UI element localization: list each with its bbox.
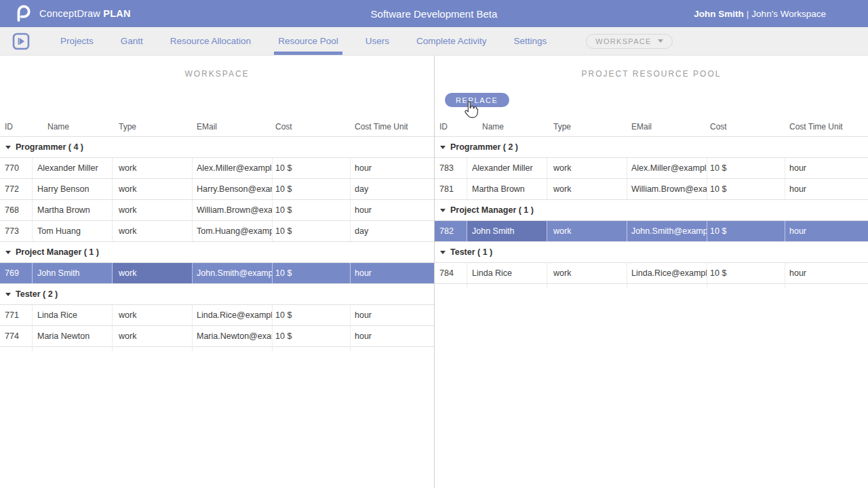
grid-stub xyxy=(435,284,868,288)
column-header-id[interactable]: ID xyxy=(435,122,467,131)
column-header-cost[interactable]: Cost xyxy=(707,122,785,131)
cell-type: work xyxy=(113,305,193,325)
conceptdraw-logo-icon xyxy=(13,5,31,22)
cell-id: 774 xyxy=(0,326,33,346)
table-row[interactable]: 773 Tom Huang work Tom.Huang@example 10 … xyxy=(0,221,434,242)
cell-email: Harry.Benson@examp xyxy=(193,179,273,199)
column-header-id[interactable]: ID xyxy=(0,122,33,131)
cell-email: Alex.Miller@example.c xyxy=(193,158,273,178)
group-header-tester[interactable]: Tester ( 1 ) xyxy=(435,242,868,263)
tab-settings[interactable]: Settings xyxy=(510,27,551,55)
collapse-caret-icon xyxy=(5,251,11,254)
column-header-name[interactable]: Name xyxy=(467,122,547,131)
table-row[interactable]: 781 Martha Brown work William.Brown@exam… xyxy=(435,179,868,200)
tab-resource-allocation[interactable]: Resource Allocation xyxy=(166,27,255,55)
cell-cost-time-unit: hour xyxy=(785,158,868,178)
tab-users[interactable]: Users xyxy=(361,27,393,55)
table-row[interactable]: 771 Linda Rice work Linda.Rice@example.c… xyxy=(0,305,434,326)
cell-cost: 10 $ xyxy=(273,200,351,220)
cell-id: 784 xyxy=(435,263,467,283)
cell-name: Tom Huang xyxy=(33,221,113,241)
collapse-caret-icon xyxy=(440,209,446,212)
group-header-project-manager[interactable]: Project Manager ( 1 ) xyxy=(435,200,868,221)
group-label: Programmer ( 2 ) xyxy=(450,142,518,152)
collapse-caret-icon xyxy=(440,146,446,149)
cell-cost-time-unit: day xyxy=(351,221,434,241)
cell-type: work xyxy=(113,221,193,241)
workspace-dropdown-label: WORKSPACE xyxy=(595,37,651,45)
cell-cost-time-unit: hour xyxy=(351,200,434,220)
cell-cost-time-unit: hour xyxy=(351,158,434,178)
cell-type: work xyxy=(547,221,627,241)
table-row[interactable]: 783 Alexander Miller work Alex.Miller@ex… xyxy=(435,158,868,179)
collapse-panel-icon[interactable] xyxy=(12,33,30,50)
table-row[interactable]: 784 Linda Rice work Linda.Rice@example.c… xyxy=(435,263,868,284)
cell-cost: 10 $ xyxy=(707,263,785,283)
table-row-selected[interactable]: 769 John Smith work John.Smith@example. … xyxy=(0,263,434,284)
cell-type: work xyxy=(113,326,193,346)
cell-cost: 10 $ xyxy=(273,326,351,346)
cell-id: 782 xyxy=(435,221,467,241)
table-row[interactable]: 770 Alexander Miller work Alex.Miller@ex… xyxy=(0,158,434,179)
workspace-dropdown[interactable]: WORKSPACE xyxy=(586,34,672,49)
cell-cost: 10 $ xyxy=(273,263,351,283)
column-header-cost[interactable]: Cost xyxy=(273,122,351,131)
table-row[interactable]: 768 Martha Brown work William.Brown@exam… xyxy=(0,200,434,221)
column-header-cost-time-unit[interactable]: Cost Time Unit xyxy=(785,122,868,131)
cell-cost-time-unit: hour xyxy=(785,263,868,283)
top-bar: Software Development Beta ConceptDraw PL… xyxy=(0,0,868,27)
workspace-panel-title: WORKSPACE xyxy=(0,69,434,79)
project-resource-pool-table: ID Name Type EMail Cost Cost Time Unit P… xyxy=(435,117,868,288)
table-row-selected[interactable]: 782 John Smith work John.Smith@example. … xyxy=(435,221,868,242)
content-area: WORKSPACE ID Name Type EMail Cost Cost T… xyxy=(0,56,868,488)
column-header-email[interactable]: EMail xyxy=(193,122,273,131)
cell-email: John.Smith@example. xyxy=(193,263,273,283)
user-info[interactable]: John Smith|John's Workspace xyxy=(694,9,826,19)
cell-cost: 10 $ xyxy=(273,305,351,325)
cell-cost-time-unit: hour xyxy=(785,179,868,199)
cell-cost: 10 $ xyxy=(707,179,785,199)
column-header-type[interactable]: Type xyxy=(113,122,193,131)
collapse-caret-icon xyxy=(5,293,11,296)
cell-cost-time-unit: day xyxy=(351,179,434,199)
column-header-email[interactable]: EMail xyxy=(627,122,707,131)
cell-cost: 10 $ xyxy=(707,221,785,241)
project-resource-pool-title: PROJECT RESOURCE POOL xyxy=(435,69,868,79)
nav-tabs: Projects Gantt Resource Allocation Resou… xyxy=(56,27,570,55)
tab-projects[interactable]: Projects xyxy=(56,27,98,55)
tab-complete-activity[interactable]: Complete Activity xyxy=(412,27,491,55)
cell-name: Alexander Miller xyxy=(467,158,547,178)
column-header-type[interactable]: Type xyxy=(547,122,627,131)
user-name: John Smith xyxy=(694,9,744,19)
group-header-programmer[interactable]: Programmer ( 2 ) xyxy=(435,137,868,158)
group-label: Tester ( 2 ) xyxy=(16,289,58,299)
group-header-project-manager[interactable]: Project Manager ( 1 ) xyxy=(0,242,434,263)
cell-name: Martha Brown xyxy=(33,200,113,220)
cell-cost: 10 $ xyxy=(273,221,351,241)
brand-name: ConceptDraw xyxy=(39,8,100,19)
cell-type: work xyxy=(113,179,193,199)
brand[interactable]: ConceptDraw PLAN xyxy=(0,5,131,22)
brand-suffix: PLAN xyxy=(103,8,130,19)
table-row[interactable]: 772 Harry Benson work Harry.Benson@examp… xyxy=(0,179,434,200)
table-header: ID Name Type EMail Cost Cost Time Unit xyxy=(0,117,434,137)
cell-id: 772 xyxy=(0,179,33,199)
group-label: Project Manager ( 1 ) xyxy=(450,205,534,215)
cell-id: 783 xyxy=(435,158,467,178)
workspace-name: John's Workspace xyxy=(751,9,826,19)
tab-gantt[interactable]: Gantt xyxy=(117,27,147,55)
cell-cost: 10 $ xyxy=(273,158,351,178)
tab-resource-pool[interactable]: Resource Pool xyxy=(274,27,342,55)
cell-name: John Smith xyxy=(33,263,113,283)
group-header-tester[interactable]: Tester ( 2 ) xyxy=(0,284,434,305)
grid-stub xyxy=(0,347,434,351)
cell-email: Alex.Miller@example.c xyxy=(627,158,707,178)
table-row[interactable]: 774 Maria Newton work Maria.Newton@exam … xyxy=(0,326,434,347)
user-separator: | xyxy=(747,9,749,19)
group-header-programmer[interactable]: Programmer ( 4 ) xyxy=(0,137,434,158)
cell-type: work xyxy=(113,158,193,178)
column-header-cost-time-unit[interactable]: Cost Time Unit xyxy=(351,122,434,131)
cell-name: Alexander Miller xyxy=(33,158,113,178)
column-header-name[interactable]: Name xyxy=(33,122,113,131)
mouse-cursor-icon xyxy=(464,100,479,121)
